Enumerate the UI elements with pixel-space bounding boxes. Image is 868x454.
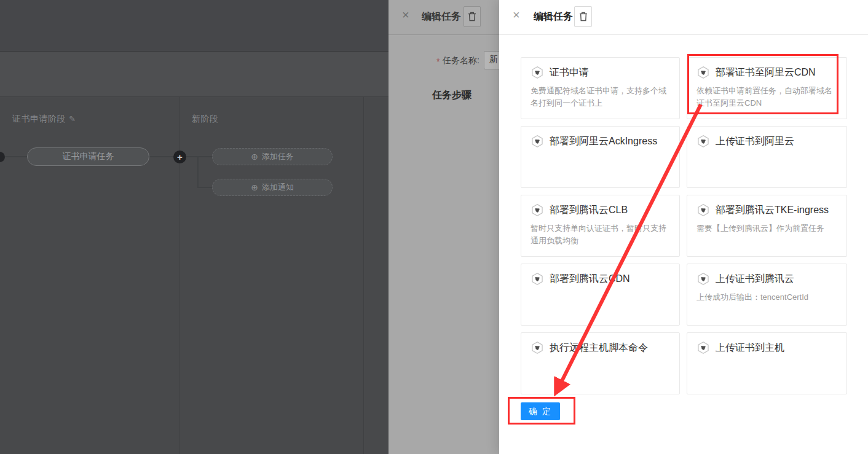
task-card-deploy-aliyun-cdn[interactable]: 部署证书至阿里云CDN 依赖证书申请前置任务，自动部署域名证书至阿里云CDN (687, 57, 847, 119)
page-header-band (0, 0, 389, 52)
task-type-grid: 证书申请 免费通配符域名证书申请，支持多个域名打到同一个证书上 部署证书至阿里云… (521, 57, 847, 394)
flow-connector (5, 156, 27, 157)
task-plugin-icon (531, 272, 544, 286)
stage-title: 新阶段 (192, 114, 219, 125)
task-plugin-icon (531, 66, 544, 79)
task-card-tencent-clb[interactable]: 部署到腾讯云CLB 暂时只支持单向认证证书，暂时只支持通用负载均衡 (521, 195, 680, 257)
task-plugin-icon (696, 135, 710, 148)
flow-connector (197, 157, 199, 187)
task-card-tencent-cdn[interactable]: 部署到腾讯云CDN (521, 264, 680, 326)
task-card-title: 证书申请 (550, 66, 589, 79)
task-card-title: 执行远程主机脚本命令 (550, 342, 648, 354)
close-icon[interactable]: × (402, 8, 409, 22)
task-card-title: 部署到腾讯云CDN (550, 273, 630, 286)
task-plugin-icon (531, 341, 544, 354)
add-notify-label: 添加通知 (262, 182, 294, 193)
trash-icon (465, 10, 479, 23)
circle-plus-icon: ⊕ (251, 182, 258, 192)
add-task-label: 添加任务 (262, 151, 294, 162)
task-card-title: 部署到阿里云AckIngress (550, 135, 657, 148)
edit-pencil-icon[interactable]: ✎ (69, 114, 76, 123)
task-node-label: 证书申请任务 (63, 151, 114, 162)
plus-icon: + (177, 152, 183, 162)
task-plugin-icon (696, 66, 710, 79)
task-plugin-icon (696, 203, 710, 217)
required-mark: * (436, 57, 440, 66)
task-card-title: 部署到腾讯云TKE-ingress (716, 204, 829, 217)
task-name-label: 任务名称: (443, 55, 479, 66)
flow-connector (149, 156, 174, 157)
task-card-upload-host[interactable]: 上传证书到主机 (687, 332, 847, 394)
task-plugin-icon (696, 272, 710, 286)
task-card-desc: 免费通配符域名证书申请，支持多个域名打到同一个证书上 (531, 85, 670, 109)
task-card-desc: 需要【上传到腾讯云】作为前置任务 (696, 222, 837, 235)
confirm-button[interactable]: 确 定 (521, 402, 560, 420)
task-plugin-icon (531, 203, 544, 217)
drawer-title: 编辑任务 (534, 10, 573, 23)
task-card-title: 部署证书至阿里云CDN (716, 66, 816, 79)
flow-connector (197, 187, 212, 188)
add-task-button[interactable]: ⊕ 添加任务 (212, 148, 333, 165)
task-node-button[interactable]: 证书申请任务 (27, 147, 149, 166)
drawer-header: × 编辑任务 (499, 0, 868, 35)
flow-connector (186, 156, 212, 157)
task-card-title: 上传证书到腾讯云 (716, 273, 794, 286)
add-node-button[interactable]: + (173, 151, 186, 163)
stage-title: 证书申请阶段✎ (12, 114, 76, 125)
task-card-desc: 上传成功后输出：tencentCertId (696, 291, 837, 303)
task-card-tencent-tke[interactable]: 部署到腾讯云TKE-ingress 需要【上传到腾讯云】作为前置任务 (687, 195, 847, 257)
drawer-title: 编辑任务 (422, 10, 461, 23)
task-steps-heading: 任务步骤 (432, 89, 471, 102)
close-icon[interactable]: × (513, 8, 520, 22)
flow-start-node (0, 152, 5, 162)
task-card-title: 上传证书到阿里云 (716, 135, 794, 148)
delete-task-button[interactable] (574, 6, 592, 27)
edit-task-drawer: × 编辑任务 证书申请 免费通配符域名证书申请，支持多个域名打到同一个证书上 部… (499, 0, 868, 454)
task-plugin-icon (531, 135, 544, 148)
task-card-upload-tencent[interactable]: 上传证书到腾讯云 上传成功后输出：tencentCertId (687, 264, 847, 326)
delete-task-button[interactable] (464, 6, 481, 27)
add-notify-button[interactable]: ⊕ 添加通知 (212, 179, 333, 196)
workflow-canvas: 证书申请阶段✎ 新阶段 证书申请任务 + ⊕ 添加任务 ⊕ 添加通知 (0, 0, 389, 454)
task-card-desc: 暂时只支持单向认证证书，暂时只支持通用负载均衡 (531, 222, 670, 247)
stage-title-text: 新阶段 (192, 114, 219, 123)
page-toolbar-band (0, 52, 389, 97)
trash-icon (577, 10, 590, 23)
task-card-ack-ingress[interactable]: 部署到阿里云AckIngress (521, 126, 680, 188)
task-plugin-icon (696, 341, 710, 354)
task-card-cert-apply[interactable]: 证书申请 免费通配符域名证书申请，支持多个域名打到同一个证书上 (521, 57, 680, 119)
screen: 证书申请阶段✎ 新阶段 证书申请任务 + ⊕ 添加任务 ⊕ 添加通知 × 编辑任… (0, 0, 868, 454)
task-card-title: 部署到腾讯云CLB (550, 204, 628, 217)
task-card-upload-aliyun[interactable]: 上传证书到阿里云 (687, 126, 847, 188)
circle-plus-icon: ⊕ (251, 152, 258, 162)
task-card-desc: 依赖证书申请前置任务，自动部署域名证书至阿里云CDN (696, 85, 837, 109)
stage-divider (363, 97, 364, 454)
task-card-title: 上传证书到主机 (716, 342, 784, 354)
stage-title-text: 证书申请阶段 (12, 114, 66, 123)
task-card-remote-script[interactable]: 执行远程主机脚本命令 (521, 332, 680, 394)
